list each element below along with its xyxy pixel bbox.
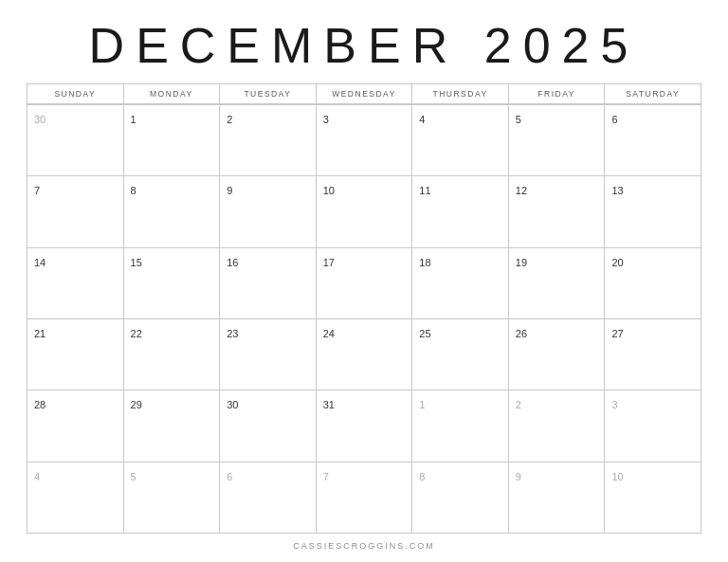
calendar-cell: 4: [27, 462, 124, 533]
calendar-cell: 7: [27, 175, 124, 246]
calendar-cell: 5: [509, 104, 606, 175]
calendar-cell: 17: [317, 247, 413, 318]
cell-number: 2: [227, 114, 232, 125]
day-headers: SUNDAYMONDAYTUESDAYWEDNESDAYTHURSDAYFRID…: [27, 83, 701, 104]
cell-number: 2: [516, 399, 521, 410]
calendar-cell: 3: [317, 104, 413, 175]
cell-number: 30: [227, 399, 238, 410]
day-header-saturday: SATURDAY: [605, 84, 701, 104]
calendar-cell: 20: [605, 247, 701, 318]
cell-number: 4: [34, 471, 40, 482]
calendar-cell: 5: [124, 462, 221, 533]
cell-number: 1: [419, 399, 425, 410]
cell-number: 28: [34, 399, 46, 410]
cell-number: 6: [227, 471, 232, 482]
cell-number: 11: [419, 185, 430, 196]
day-header-thursday: THURSDAY: [412, 84, 509, 104]
calendar-cell: 2: [509, 390, 606, 461]
cell-number: 5: [516, 114, 521, 125]
cell-number: 22: [131, 328, 142, 339]
calendar-cell: 24: [317, 318, 413, 390]
cell-number: 7: [323, 471, 329, 482]
calendar-cell: 9: [509, 462, 606, 533]
calendar-cell: 25: [412, 318, 509, 390]
cell-number: 27: [611, 328, 623, 339]
cell-number: 16: [227, 257, 238, 268]
day-header-monday: MONDAY: [124, 84, 221, 104]
cell-number: 24: [323, 328, 335, 339]
calendar-cell: 3: [605, 390, 701, 461]
cell-number: 3: [323, 114, 329, 125]
calendar-cell: 15: [124, 247, 221, 318]
cell-number: 3: [611, 399, 617, 410]
calendar-cell: 10: [317, 175, 413, 246]
calendar-cell: 26: [509, 318, 606, 390]
calendar-cell: 14: [27, 247, 124, 318]
cell-number: 12: [516, 185, 527, 196]
calendar-cell: 13: [605, 175, 701, 246]
cell-number: 8: [419, 471, 425, 482]
calendar-cell: 8: [124, 175, 221, 246]
calendar-cell: 9: [220, 175, 317, 246]
cell-number: 15: [131, 257, 142, 268]
cell-number: 9: [227, 185, 232, 196]
calendar-cell: 19: [509, 247, 606, 318]
cell-number: 30: [34, 114, 46, 125]
day-header-friday: FRIDAY: [509, 84, 606, 104]
cell-number: 6: [611, 114, 617, 125]
cell-number: 4: [419, 114, 425, 125]
calendar-cell: 27: [605, 318, 701, 390]
cell-number: 1: [131, 114, 136, 125]
calendar-cell: 18: [412, 247, 509, 318]
calendar-cell: 10: [605, 462, 701, 533]
calendar-cell: 30: [220, 390, 317, 461]
cell-number: 9: [516, 471, 521, 482]
cell-number: 31: [323, 399, 335, 410]
calendar-cell: 11: [412, 175, 509, 246]
cell-number: 26: [516, 328, 527, 339]
cell-number: 7: [34, 185, 40, 196]
calendar-container: SUNDAYMONDAYTUESDAYWEDNESDAYTHURSDAYFRID…: [27, 83, 701, 534]
calendar-cell: 2: [220, 104, 317, 175]
cell-number: 18: [419, 257, 430, 268]
day-header-tuesday: TUESDAY: [220, 84, 317, 104]
calendar-cell: 29: [124, 390, 221, 461]
calendar-cell: 4: [412, 104, 509, 175]
calendar-cell: 6: [220, 462, 317, 533]
day-header-wednesday: WEDNESDAY: [317, 84, 413, 104]
footer: CASSIESCROGGINS.COM: [293, 541, 435, 551]
calendar-cell: 23: [220, 318, 317, 390]
cell-number: 29: [131, 399, 142, 410]
calendar-cell: 7: [317, 462, 413, 533]
calendar-cell: 8: [412, 462, 509, 533]
cell-number: 5: [131, 471, 136, 482]
cell-number: 8: [131, 185, 136, 196]
cell-number: 21: [34, 328, 46, 339]
calendar-cell: 30: [27, 104, 124, 175]
cell-number: 25: [419, 328, 430, 339]
calendar-cell: 22: [124, 318, 221, 390]
calendar-cell: 16: [220, 247, 317, 318]
day-header-sunday: SUNDAY: [27, 84, 124, 104]
calendar-cell: 28: [27, 390, 124, 461]
calendar-cell: 31: [317, 390, 413, 461]
calendar-title: DECEMBER 2025: [89, 17, 640, 74]
calendar-cell: 1: [124, 104, 221, 175]
cell-number: 20: [611, 257, 623, 268]
cell-number: 13: [611, 185, 623, 196]
cell-number: 14: [34, 257, 46, 268]
cell-number: 19: [516, 257, 527, 268]
cell-number: 17: [323, 257, 335, 268]
cell-number: 10: [611, 471, 623, 482]
calendar-cell: 21: [27, 318, 124, 390]
cell-number: 10: [323, 185, 335, 196]
calendar-grid: 3012345678910111213141516171819202122232…: [27, 104, 701, 534]
calendar-cell: 1: [412, 390, 509, 461]
cell-number: 23: [227, 328, 238, 339]
calendar-cell: 6: [605, 104, 701, 175]
calendar-cell: 12: [509, 175, 606, 246]
